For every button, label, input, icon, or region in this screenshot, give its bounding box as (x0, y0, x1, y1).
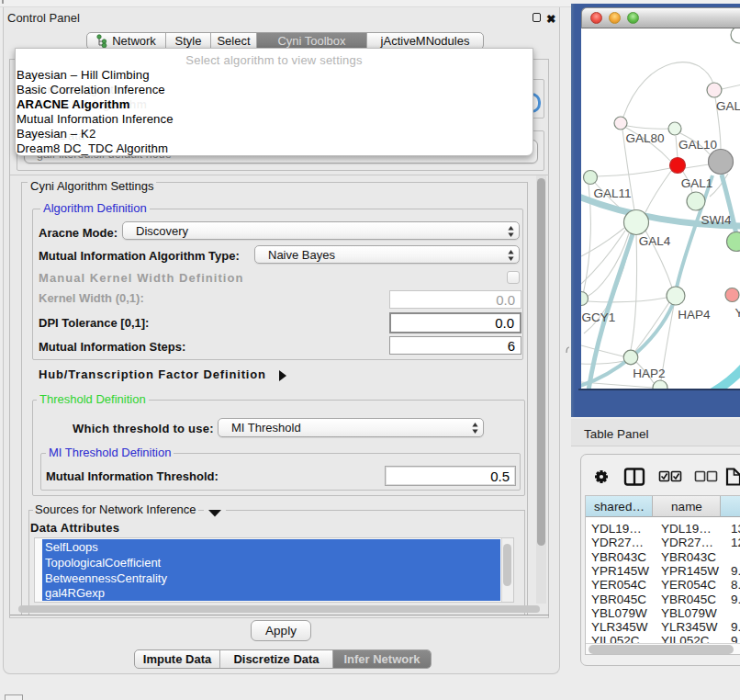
svg-text:GAL4: GAL4 (639, 234, 671, 248)
svg-text:HAP4: HAP4 (678, 308, 711, 322)
svg-text:GAL7: GAL7 (716, 99, 740, 113)
svg-text:GAL10: GAL10 (678, 138, 717, 152)
svg-text:GAL11: GAL11 (593, 186, 631, 200)
svg-text:GAL80: GAL80 (625, 131, 664, 145)
svg-text:SWI4: SWI4 (701, 213, 731, 227)
svg-text:GCY1: GCY1 (582, 310, 616, 324)
svg-text:GAL1: GAL1 (681, 176, 713, 190)
svg-text:HAP2: HAP2 (633, 367, 665, 380)
svg-text:Y: Y (735, 306, 740, 320)
